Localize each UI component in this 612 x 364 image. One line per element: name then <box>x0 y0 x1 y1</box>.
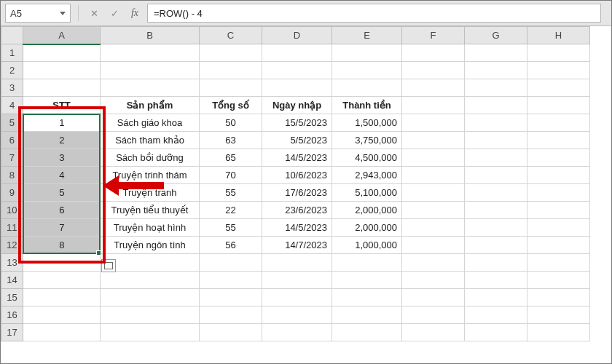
cell-F1[interactable] <box>402 44 465 62</box>
cell-C5[interactable]: 50 <box>200 114 262 132</box>
cell-G2[interactable] <box>465 62 527 79</box>
cell-E2[interactable] <box>332 62 402 79</box>
cell-H3[interactable] <box>527 79 590 97</box>
cell-C16[interactable] <box>200 306 262 324</box>
cell-D8[interactable]: 10/6/2023 <box>262 167 332 184</box>
cell-D14[interactable] <box>262 272 332 289</box>
cell-D16[interactable] <box>262 306 332 324</box>
cell-H1[interactable] <box>527 44 590 62</box>
cell-G4[interactable] <box>465 97 527 114</box>
cell-D7[interactable]: 14/5/2023 <box>262 149 332 167</box>
cell-E9[interactable]: 5,100,000 <box>332 184 402 202</box>
autofill-options-button[interactable] <box>101 259 116 272</box>
col-header-D[interactable]: D <box>262 27 332 44</box>
cell-C1[interactable] <box>200 44 262 62</box>
cell-D9[interactable]: 17/6/2023 <box>262 184 332 202</box>
cell-F5[interactable] <box>402 114 465 132</box>
cell-H15[interactable] <box>527 289 590 306</box>
row-header-10[interactable]: 10 <box>1 202 23 219</box>
cell-E5[interactable]: 1,500,000 <box>332 114 402 132</box>
cell-A5[interactable]: 1 <box>23 114 101 132</box>
cell-E13[interactable] <box>332 254 402 272</box>
col-header-B[interactable]: B <box>101 27 200 44</box>
cell-B3[interactable] <box>101 79 200 97</box>
row-header-11[interactable]: 11 <box>1 219 23 237</box>
cell-C6[interactable]: 63 <box>200 132 262 149</box>
cell-C11[interactable]: 55 <box>200 219 262 237</box>
row-header-4[interactable]: 4 <box>1 97 23 114</box>
row-header-14[interactable]: 14 <box>1 272 23 289</box>
row-header-16[interactable]: 16 <box>1 306 23 324</box>
row-header-5[interactable]: 5 <box>1 114 23 132</box>
cell-G14[interactable] <box>465 272 527 289</box>
col-header-E[interactable]: E <box>332 27 402 44</box>
cell-D15[interactable] <box>262 289 332 306</box>
cell-D13[interactable] <box>262 254 332 272</box>
cell-H11[interactable] <box>527 219 590 237</box>
cell-E14[interactable] <box>332 272 402 289</box>
cell-B14[interactable] <box>101 272 200 289</box>
col-header-G[interactable]: G <box>465 27 527 44</box>
row-header-17[interactable]: 17 <box>1 324 23 341</box>
cell-C9[interactable]: 55 <box>200 184 262 202</box>
cell-B9[interactable]: Truyện tranh <box>101 184 200 202</box>
row-header-7[interactable]: 7 <box>1 149 23 167</box>
cell-F10[interactable] <box>402 202 465 219</box>
cell-D1[interactable] <box>262 44 332 62</box>
cell-H9[interactable] <box>527 184 590 202</box>
cell-H4[interactable] <box>527 97 590 114</box>
cell-B4[interactable]: Sản phẩm <box>101 97 200 114</box>
worksheet-grid[interactable]: A B C D E F G H 1234STTSản phẩmTổng sốNg… <box>1 26 611 364</box>
cell-A3[interactable] <box>23 79 101 97</box>
cell-A10[interactable]: 6 <box>23 202 101 219</box>
cell-H2[interactable] <box>527 62 590 79</box>
cell-E10[interactable]: 2,000,000 <box>332 202 402 219</box>
cell-H14[interactable] <box>527 272 590 289</box>
cell-B5[interactable]: Sách giáo khoa <box>101 114 200 132</box>
cell-F8[interactable] <box>402 167 465 184</box>
cell-B1[interactable] <box>101 44 200 62</box>
cell-E17[interactable] <box>332 324 402 341</box>
cell-B6[interactable]: Sách tham khảo <box>101 132 200 149</box>
col-header-A[interactable]: A <box>23 27 101 44</box>
name-box[interactable]: A5 <box>5 4 71 23</box>
cell-C13[interactable] <box>200 254 262 272</box>
cell-F9[interactable] <box>402 184 465 202</box>
cell-G7[interactable] <box>465 149 527 167</box>
cell-D10[interactable]: 23/6/2023 <box>262 202 332 219</box>
cell-H5[interactable] <box>527 114 590 132</box>
cell-C7[interactable]: 65 <box>200 149 262 167</box>
cell-E15[interactable] <box>332 289 402 306</box>
cell-G1[interactable] <box>465 44 527 62</box>
cell-E11[interactable]: 2,000,000 <box>332 219 402 237</box>
cell-A12[interactable]: 8 <box>23 237 101 254</box>
cell-G13[interactable] <box>465 254 527 272</box>
chevron-down-icon[interactable] <box>60 12 66 15</box>
cell-C12[interactable]: 56 <box>200 237 262 254</box>
cell-F16[interactable] <box>402 306 465 324</box>
cell-C2[interactable] <box>200 62 262 79</box>
select-all-corner[interactable] <box>1 27 23 44</box>
cell-C3[interactable] <box>200 79 262 97</box>
col-header-C[interactable]: C <box>200 27 262 44</box>
cell-B2[interactable] <box>101 62 200 79</box>
row-header-6[interactable]: 6 <box>1 132 23 149</box>
cell-F13[interactable] <box>402 254 465 272</box>
row-header-12[interactable]: 12 <box>1 237 23 254</box>
cell-F4[interactable] <box>402 97 465 114</box>
cell-B15[interactable] <box>101 289 200 306</box>
cell-B10[interactable]: Truyện tiểu thuyết <box>101 202 200 219</box>
cell-F17[interactable] <box>402 324 465 341</box>
cell-F11[interactable] <box>402 219 465 237</box>
cell-A6[interactable]: 2 <box>23 132 101 149</box>
cell-G15[interactable] <box>465 289 527 306</box>
cell-C17[interactable] <box>200 324 262 341</box>
cell-F14[interactable] <box>402 272 465 289</box>
cell-G6[interactable] <box>465 132 527 149</box>
cell-A7[interactable]: 3 <box>23 149 101 167</box>
cell-E7[interactable]: 4,500,000 <box>332 149 402 167</box>
cell-D6[interactable]: 5/5/2023 <box>262 132 332 149</box>
cell-G9[interactable] <box>465 184 527 202</box>
cell-F15[interactable] <box>402 289 465 306</box>
cell-G12[interactable] <box>465 237 527 254</box>
